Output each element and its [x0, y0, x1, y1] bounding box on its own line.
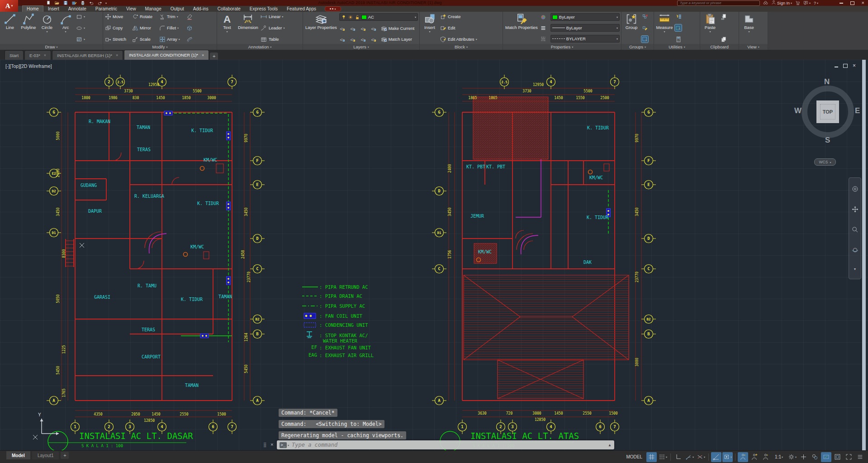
statusbar-snap-mode[interactable]: ▾ [658, 452, 668, 462]
ribbon-button-paste[interactable]: Paste▾ [702, 13, 719, 43]
ribbon-button-edit[interactable]: Edit [440, 24, 477, 31]
ribbon-button-circle[interactable]: Circle▾ [38, 13, 56, 43]
ribbon-button-groupselicon[interactable] [641, 36, 654, 43]
ribbon-button-mirror[interactable]: Mirror [132, 24, 155, 31]
ribbon-tab-insert[interactable]: Insert [44, 6, 63, 12]
viewcube-west[interactable]: W [794, 106, 802, 115]
ribbon-button-fillet[interactable]: Fillet▾ [159, 24, 182, 31]
ribbon-tab-collaborate[interactable]: Collaborate [213, 6, 245, 12]
statusbar-annotation-visibility[interactable] [738, 452, 748, 462]
ribbon-button-trim[interactable]: Trim▾ [159, 13, 182, 20]
qat-open-button[interactable] [54, 0, 60, 5]
statusbar-annotation-scale[interactable] [760, 452, 771, 462]
ribbon-tab-parametric[interactable]: Parametric [91, 6, 121, 12]
zoom-icon[interactable] [852, 226, 859, 235]
file-tab-e-03[interactable]: E-03*× [24, 50, 51, 60]
ribbon-button-groupediticon[interactable] [641, 24, 654, 31]
statusbar-object-snap-tracking[interactable] [711, 452, 721, 462]
command-window-grip[interactable]: ⣿ [263, 442, 267, 447]
ribbon-panel-label-annotation[interactable]: Annotation▾ [217, 44, 303, 50]
ribbon-panel-label-modify[interactable]: Modify▾ [103, 44, 217, 50]
command-bar[interactable]: >_ ▾ ▲ [277, 440, 614, 449]
ribbon-button-make-current[interactable]: Make Current [381, 25, 415, 32]
ribbon-button-ungroupicon[interactable] [641, 13, 654, 20]
new-layout-button[interactable]: + [61, 452, 69, 459]
ribbon-tab-view[interactable]: View [122, 6, 140, 12]
help-icon[interactable]: ?▾ [814, 1, 818, 5]
ribbon-button-edit-attributes[interactable]: Edit Attributes▾ [440, 36, 477, 43]
ribbon-tab-home[interactable]: Home [23, 6, 43, 12]
navigation-wheel-icon[interactable] [852, 186, 859, 194]
pan-icon[interactable] [852, 206, 859, 215]
ribbon-button-match-properties[interactable]: Match Properties [504, 13, 539, 43]
statusbar-autoscale[interactable] [749, 452, 759, 462]
qat-redo-button[interactable] [97, 0, 103, 5]
ribbon-tab-output[interactable]: Output [166, 6, 188, 12]
ribbon-button-copy[interactable]: Copy [104, 24, 128, 31]
ribbon-display-toggle[interactable]: ▾ [325, 6, 341, 11]
navigation-bar[interactable]: ▾ [849, 177, 861, 279]
ribbon-button-insert[interactable]: Insert▾ [421, 13, 438, 43]
command-window-close-icon[interactable]: × [270, 442, 273, 447]
ribbon-button-polyline[interactable]: Polyline [20, 13, 37, 43]
ribbon-button-measure[interactable]: Measure▾ [655, 13, 674, 43]
drawing-canvas[interactable]: 22.547123467GE2D2D1AGFEDCB2BA2.547123467… [0, 60, 868, 450]
viewport-minimize-icon[interactable] [835, 67, 838, 67]
ribbon-button-recttool[interactable]: ▾ [76, 13, 99, 20]
statusbar-isometric-drafting[interactable]: ▾ [696, 452, 706, 462]
orbit-icon[interactable] [852, 247, 859, 255]
viewcube[interactable]: N W E S TOP [794, 80, 862, 148]
file-tab-close-icon[interactable]: × [202, 53, 204, 57]
new-drawing-tab-button[interactable]: + [210, 53, 218, 60]
qat-saveas-button[interactable] [71, 0, 77, 5]
statusbar-workspace-switching[interactable]: ▾ [787, 452, 797, 462]
viewcube-east[interactable]: E [855, 106, 860, 115]
property-dropdown-bylayer[interactable]: ByLayer▾ [550, 24, 620, 32]
ribbon-button-leader[interactable]: Leader▾ [261, 24, 285, 31]
viewport-close-icon[interactable]: × [853, 62, 856, 69]
ribbon-button-dimension[interactable]: Dimension [237, 13, 259, 43]
app-store-icon[interactable] [795, 0, 800, 5]
layout1-tab[interactable]: Layout1 [32, 451, 59, 459]
ribbon-panel-label-draw[interactable]: Draw▾ [0, 44, 103, 50]
viewport-restore-icon[interactable] [843, 64, 848, 68]
ribbon-button-selsim[interactable] [675, 24, 698, 31]
statusbar-fullscreen[interactable] [844, 452, 854, 462]
statusbar-polar-tracking[interactable]: ▾ [684, 452, 695, 462]
ribbon-panel-label-utilities[interactable]: Utilities▾ [654, 44, 700, 50]
layer-dropdown[interactable]: AC▾ [339, 13, 418, 21]
minimize-button[interactable] [840, 3, 843, 4]
recent-commands-icon[interactable]: ▾ [288, 444, 289, 447]
ribbon-tab-express-tools[interactable]: Express Tools [246, 6, 282, 12]
ribbon-button-move[interactable]: Move [104, 13, 128, 20]
ribbon-tab-add-ins[interactable]: Add-ins [189, 6, 213, 12]
statusbar-annotation-monitor[interactable] [798, 452, 809, 462]
statusbar-clean-screen[interactable] [832, 452, 843, 462]
model-space-button[interactable]: MODEL [623, 452, 646, 462]
ribbon-tab-annotate[interactable]: Annotate [64, 6, 90, 12]
ribbon-button-base[interactable]: Base▾ [740, 13, 758, 43]
ribbon-panel-label-clipboard[interactable]: Clipboard [700, 44, 739, 50]
vertical-scrollbar[interactable] [862, 60, 866, 450]
ribbon-button-array[interactable]: Array▾ [159, 36, 182, 43]
ribbon-panel-label-view[interactable]: View▾ [739, 44, 768, 50]
statusbar-object-snap[interactable]: ▾ [722, 452, 733, 462]
search-box[interactable] [677, 0, 760, 6]
wcs-button[interactable]: WCS▾ [814, 158, 836, 166]
ribbon-panel-label-block[interactable]: Block▾ [420, 44, 503, 50]
ribbon-panel-label-groups[interactable]: Groups▾ [621, 44, 654, 50]
file-tab-start[interactable]: Start [5, 50, 24, 60]
ribbon-button-ellipsetool[interactable]: ▾ [76, 24, 99, 31]
statusbar-scale-ratio[interactable]: 1:1▾ [772, 452, 786, 462]
ribbon-button-table[interactable]: Table [261, 36, 285, 43]
ribbon-panel-label-properties[interactable]: Properties▾ [503, 44, 621, 50]
stay-connected-icon[interactable]: A▾ [803, 0, 811, 5]
ribbon-button-text[interactable]: AText▾ [218, 13, 236, 43]
navbar-more-icon[interactable]: ▾ [854, 267, 856, 271]
ribbon-button-copydocs[interactable] [720, 36, 739, 43]
application-menu-button[interactable]: A▾ [0, 0, 18, 12]
ribbon-button-box3d[interactable] [186, 24, 209, 31]
ribbon-button-match-layer[interactable]: Match Layer [381, 36, 412, 43]
ribbon-button-create[interactable]: Create [440, 13, 477, 20]
statusbar-hardware-acceleration[interactable] [821, 452, 831, 462]
